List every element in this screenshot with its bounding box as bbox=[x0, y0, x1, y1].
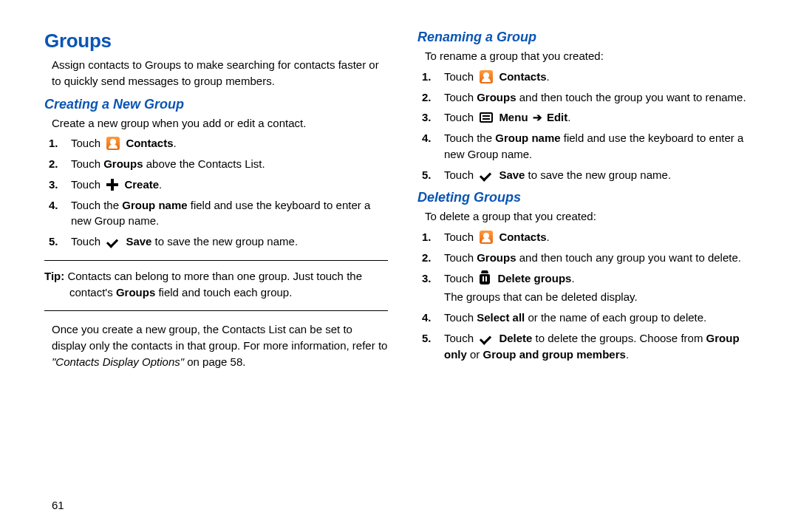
creating-lead: Create a new group when you add or edit … bbox=[52, 115, 388, 132]
menu-icon bbox=[480, 112, 493, 123]
step-2: 2. Touch Groups and then touch any group… bbox=[444, 250, 761, 266]
creating-steps: 1. Touch Contacts. 2. Touch Groups above… bbox=[44, 135, 388, 250]
intro-text: Assign contacts to Groups to make search… bbox=[52, 57, 388, 89]
heading-creating: Creating a New Group bbox=[44, 97, 388, 112]
step-4: 4. Touch Select all or the name of each … bbox=[444, 310, 761, 326]
renaming-lead: To rename a group that you created: bbox=[425, 48, 761, 64]
deleting-steps: 1. Touch Contacts. 2. Touch Groups and t… bbox=[417, 229, 761, 362]
check-icon bbox=[106, 236, 120, 247]
step-5: 5. Touch Save to save the new group name… bbox=[71, 233, 388, 250]
check-icon bbox=[480, 333, 493, 344]
step-3: 3. Touch Menu ➔ Edit. bbox=[444, 109, 761, 126]
step-1: 1. Touch Contacts. bbox=[444, 69, 761, 85]
contacts-icon bbox=[106, 137, 120, 150]
plus-icon bbox=[106, 179, 118, 191]
step-1: 1. Touch Contacts. bbox=[71, 135, 388, 151]
right-column: Renaming a Group To rename a group that … bbox=[417, 30, 761, 517]
left-column: Groups Assign contacts to Groups to make… bbox=[44, 30, 388, 517]
step-5: 5. Touch Save to save the new group name… bbox=[444, 167, 761, 183]
heading-renaming: Renaming a Group bbox=[417, 30, 761, 45]
step-5: 5. Touch Delete to delete the groups. Ch… bbox=[444, 330, 761, 363]
step-3: 3. Touch Create. bbox=[71, 177, 388, 193]
page-title: Groups bbox=[44, 30, 388, 52]
trash-icon bbox=[480, 273, 490, 284]
check-icon bbox=[480, 170, 493, 180]
step-3: 3. Touch Delete groups. The groups that … bbox=[444, 270, 761, 306]
manual-page: Groups Assign contacts to Groups to make… bbox=[0, 0, 798, 532]
step-4: 4. Touch the Group name field and use th… bbox=[71, 197, 388, 230]
arrow-icon: ➔ bbox=[533, 109, 542, 126]
step-2: 2. Touch Groups and then touch the group… bbox=[444, 89, 761, 106]
step-1: 1. Touch Contacts. bbox=[444, 229, 761, 245]
after-tip: Once you create a new group, the Contact… bbox=[52, 321, 388, 369]
step-4: 4. Touch the Group name field and use th… bbox=[444, 130, 761, 163]
tip-box: Tip: Contacts can belong to more than on… bbox=[44, 260, 388, 312]
heading-deleting: Deleting Groups bbox=[417, 190, 761, 205]
deleting-lead: To delete a group that you created: bbox=[425, 208, 761, 225]
step-2: 2. Touch Groups above the Contacts List. bbox=[71, 156, 388, 172]
renaming-steps: 1. Touch Contacts. 2. Touch Groups and t… bbox=[417, 69, 761, 183]
contacts-icon bbox=[480, 70, 493, 83]
contacts-icon bbox=[480, 231, 493, 244]
page-number: 61 bbox=[52, 499, 64, 511]
